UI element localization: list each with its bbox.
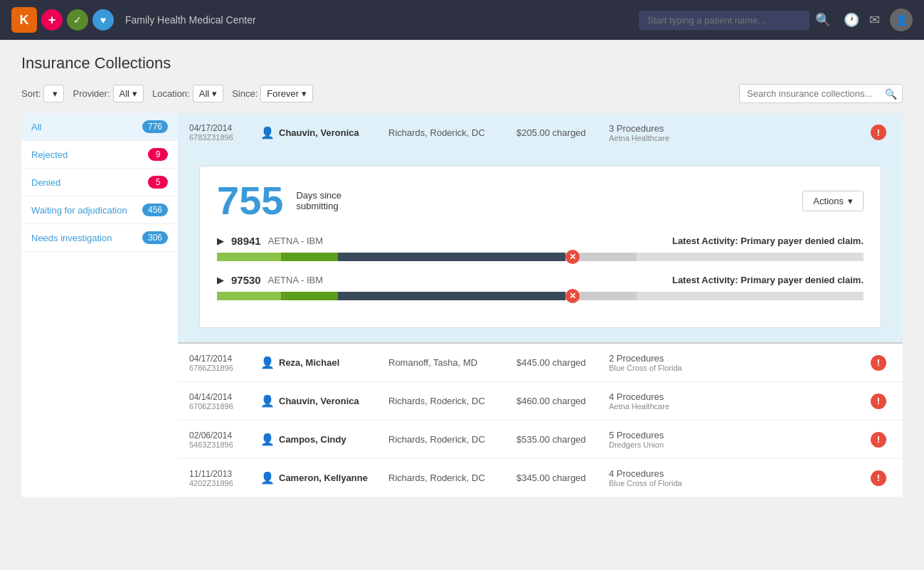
row2-charged: $535.00 charged [516, 434, 609, 445]
sidebar-item-needs-investigation[interactable]: Needs investigation 306 [21, 224, 178, 252]
location-filter: Location: All ▾ [152, 85, 223, 102]
collection-search-input[interactable] [739, 84, 903, 103]
expanded-date: 04/17/2014 [189, 123, 260, 133]
days-label-line1: Days since [296, 190, 341, 201]
sort-label: Sort: [21, 88, 41, 99]
history-icon[interactable]: 🕐 [844, 12, 859, 28]
days-label-line2: submitting [296, 201, 341, 211]
global-search-icon[interactable]: 🔍 [815, 12, 831, 28]
row0-patient-col: 👤 Reza, Michael [260, 356, 388, 369]
logo-group: K + ✓ ♥ Family Health Medical Center [11, 7, 256, 33]
provider-dropdown[interactable]: All ▾ [113, 85, 144, 102]
table-row-2[interactable]: 02/06/2014 5463Z31896 👤 Campos, Cindy Ri… [178, 421, 903, 459]
row3-provider: Richards, Roderick, DC [388, 473, 516, 483]
row2-patient-col: 👤 Campos, Cindy [260, 433, 388, 446]
row3-patient-col: 👤 Cameron, Kellyanne [260, 471, 388, 485]
expanded-inner: 755 Days since submitting Actions ▾ [199, 166, 881, 328]
claim-header-2: ▶ 97530 AETNA - IBM Latest Activity: Pri… [217, 274, 864, 286]
org-name: Family Health Medical Center [125, 14, 256, 26]
row1-person-icon: 👤 [260, 394, 275, 408]
row3-person-icon: 👤 [260, 471, 275, 485]
row2-person-icon: 👤 [260, 433, 275, 446]
row1-claim-id: 6706Z31896 [189, 402, 260, 411]
claim-activity-label-1: Latest Activity: [672, 236, 738, 246]
logo-k[interactable]: K [11, 7, 37, 33]
row0-date-col: 04/17/2014 6786Z31896 [189, 354, 260, 372]
global-search-input[interactable] [639, 11, 809, 30]
sidebar-item-all-badge: 776 [142, 120, 168, 133]
row1-date: 04/14/2014 [189, 392, 260, 402]
bar-seg-gray1-2 [580, 292, 637, 300]
claim-expand-icon-1[interactable]: ▶ [217, 236, 224, 246]
user-avatar[interactable]: 👤 [890, 9, 913, 31]
row0-procedures: 2 Procedures Blue Cross of Florida [609, 353, 866, 372]
location-dropdown[interactable]: All ▾ [193, 85, 223, 102]
row1-patient-name: Chauvin, Veronica [279, 396, 359, 406]
global-search: 🔍 [639, 11, 831, 30]
days-label: Days since submitting [296, 190, 341, 211]
expanded-alert-col: ! [866, 125, 891, 140]
sidebar-item-waiting-badge: 456 [142, 204, 168, 216]
row3-procedures-ins: Blue Cross of Florida [609, 479, 866, 487]
sort-dropdown[interactable]: ▾ [43, 85, 64, 102]
actions-button-label: Actions [813, 196, 844, 206]
since-dropdown[interactable]: Forever ▾ [260, 85, 313, 102]
sidebar-item-waiting-label: Waiting for adjudication [31, 205, 127, 216]
row0-provider: Romanoff, Tasha, MD [388, 357, 516, 368]
expanded-procedures-count: 3 Procedures [609, 123, 866, 134]
claim-activity-text-1: Primary payer denied claim. [740, 236, 864, 246]
claim-activity-text-2: Primary payer denied claim. [740, 275, 864, 285]
claim-row-1: ▶ 98941 AETNA - IBM Latest Activity: Pri… [217, 235, 864, 261]
location-value: All [199, 88, 209, 99]
claim-activity-label-2: Latest Activity: [672, 275, 738, 285]
claim-expand-icon-2[interactable]: ▶ [217, 275, 224, 285]
location-chevron-icon: ▾ [212, 88, 217, 99]
expanded-row-header[interactable]: 04/17/2014 6783Z31896 👤 Chauvin, Veronic… [178, 113, 903, 152]
topnav-actions: 🕐 ✉ 👤 [844, 9, 913, 31]
sidebar-item-waiting[interactable]: Waiting for adjudication 456 [21, 196, 178, 224]
claim-row-2: ▶ 97530 AETNA - IBM Latest Activity: Pri… [217, 274, 864, 300]
row0-alert: ! [866, 355, 891, 371]
filter-bar: Sort: ▾ Provider: All ▾ Location: All ▾ … [21, 84, 903, 103]
bar-x-icon-2[interactable]: ✕ [565, 289, 580, 303]
table-row-0[interactable]: 04/17/2014 6786Z31896 👤 Reza, Michael Ro… [178, 344, 903, 382]
page-title: Insurance Collections [21, 54, 903, 73]
expanded-date-col: 04/17/2014 6783Z31896 [189, 123, 260, 142]
provider-label: Provider: [73, 88, 110, 99]
sidebar-item-denied[interactable]: Denied 5 [21, 169, 178, 196]
row0-procedures-ins: Blue Cross of Florida [609, 364, 866, 372]
table-row-1[interactable]: 04/14/2014 6706Z31896 👤 Chauvin, Veronic… [178, 382, 903, 421]
row2-procedures-count: 5 Procedures [609, 430, 866, 440]
row3-charged: $345.00 charged [516, 473, 609, 483]
provider-chevron-icon: ▾ [132, 88, 137, 99]
collection-search-container: 🔍 [739, 84, 903, 103]
sort-filter: Sort: ▾ [21, 85, 64, 102]
logo-cross[interactable]: + [41, 9, 63, 31]
since-label: Since: [232, 88, 257, 99]
actions-chevron-icon: ▾ [848, 196, 853, 206]
main-layout: All 776 Rejected 9 Denied 5 Waiting for … [21, 113, 903, 497]
expanded-patient-col: 👤 Chauvin, Veronica [260, 126, 388, 139]
bar-seg-dark-1 [338, 253, 565, 261]
messages-icon[interactable]: ✉ [869, 12, 880, 28]
row3-claim-id: 4202Z31896 [189, 479, 260, 487]
bar-x-icon-1[interactable]: ✕ [565, 250, 580, 264]
row0-procedures-count: 2 Procedures [609, 353, 866, 364]
since-filter: Since: Forever ▾ [232, 85, 313, 102]
row2-provider: Richards, Roderick, DC [388, 434, 516, 445]
row0-charged: $445.00 charged [516, 357, 609, 368]
bar-seg-green2-2 [281, 292, 338, 300]
sidebar-item-all[interactable]: All 776 [21, 113, 178, 141]
bar-seg-green1-2 [217, 292, 281, 300]
bar-seg-gray2-1 [637, 253, 864, 261]
bar-seg-green2-1 [281, 253, 338, 261]
actions-button[interactable]: Actions ▾ [802, 191, 864, 211]
logo-heart[interactable]: ♥ [92, 9, 114, 31]
page-content: Insurance Collections Sort: ▾ Provider: … [0, 40, 924, 512]
table-row-3[interactable]: 11/11/2013 4202Z31896 👤 Cameron, Kellyan… [178, 459, 903, 497]
logo-shield[interactable]: ✓ [67, 9, 88, 31]
expanded-patient-name: Chauvin, Veronica [279, 127, 359, 138]
row0-claim-id: 6786Z31896 [189, 364, 260, 372]
expanded-alert-icon: ! [871, 125, 886, 140]
sidebar-item-rejected[interactable]: Rejected 9 [21, 141, 178, 169]
